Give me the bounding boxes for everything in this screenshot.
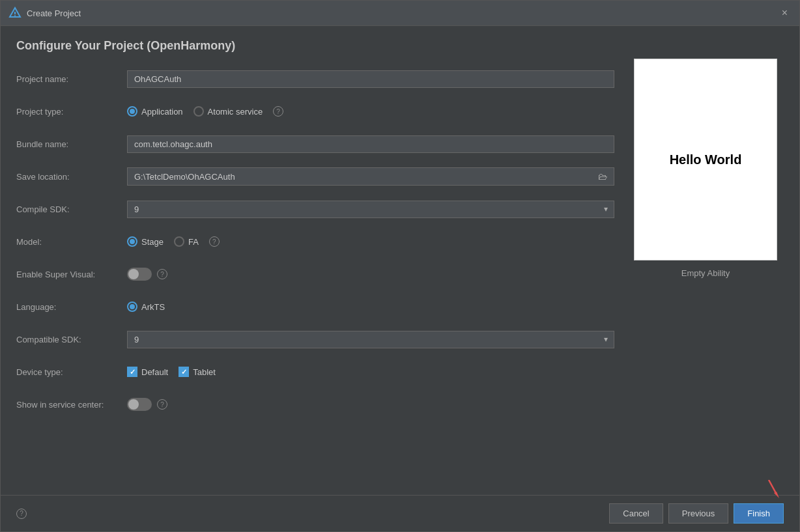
cancel-button[interactable]: Cancel — [609, 503, 663, 524]
radio-stage-circle — [127, 236, 137, 247]
title-bar: Create Project × — [1, 1, 799, 26]
svg-line-3 — [769, 480, 777, 494]
service-center-row: Show in service center: ? — [16, 394, 614, 415]
left-panel: Configure Your Project (OpenHarmony) Pro… — [16, 39, 614, 482]
radio-fa-circle — [174, 236, 184, 247]
radio-arkts-circle — [127, 301, 137, 312]
compatible-sdk-value: 9 10 11 ▾ — [127, 331, 614, 348]
save-location-value: 🗁 — [127, 167, 614, 186]
project-type-label: Project type: — [16, 107, 127, 117]
radio-fa-label: FA — [188, 237, 199, 247]
radio-arkts[interactable]: ArkTS — [127, 301, 165, 312]
radio-atomic-label: Atomic service — [208, 107, 263, 117]
checkbox-default-label: Default — [141, 367, 168, 377]
radio-fa[interactable]: FA — [174, 236, 199, 247]
compatible-sdk-select-wrapper: 9 10 11 ▾ — [127, 331, 614, 348]
radio-stage-label: Stage — [141, 237, 164, 247]
compile-sdk-label: Compile SDK: — [16, 204, 127, 214]
super-visual-toggle[interactable] — [127, 268, 152, 281]
browse-button[interactable]: 🗁 — [592, 167, 614, 186]
checkbox-tablet-check: ✓ — [181, 368, 187, 376]
model-help-icon[interactable]: ? — [209, 236, 220, 247]
service-center-help-icon[interactable]: ? — [157, 399, 167, 410]
finish-button[interactable]: Finish — [734, 503, 784, 524]
footer-help-icon[interactable]: ? — [16, 509, 27, 519]
project-name-label: Project name: — [16, 74, 127, 84]
bundle-name-value — [127, 135, 614, 153]
radio-atomic[interactable]: Atomic service — [193, 106, 263, 117]
checkbox-default-box: ✓ — [127, 367, 137, 377]
language-row: Language: ArkTS — [16, 296, 614, 317]
project-name-input[interactable] — [127, 70, 614, 88]
super-visual-help-icon[interactable]: ? — [157, 269, 167, 279]
radio-application[interactable]: Application — [127, 106, 183, 117]
save-location-input-group: 🗁 — [127, 167, 614, 186]
project-type-row: Project type: Application Atomic service… — [16, 101, 614, 122]
dialog-heading: Configure Your Project (OpenHarmony) — [16, 39, 614, 53]
preview-box: Hello World — [634, 59, 777, 260]
save-location-label: Save location: — [16, 172, 127, 182]
language-radio-group: ArkTS — [127, 301, 165, 312]
right-panel: Hello World Empty Ability — [627, 39, 784, 482]
radio-application-circle — [127, 106, 137, 117]
project-type-value: Application Atomic service ? — [127, 106, 614, 117]
model-radio-group: Stage FA ? — [127, 236, 220, 247]
close-button[interactable]: × — [778, 6, 792, 20]
radio-stage[interactable]: Stage — [127, 236, 164, 247]
super-visual-row: Enable Super Visual: ? — [16, 264, 614, 285]
compatible-sdk-row: Compatible SDK: 9 10 11 ▾ — [16, 329, 614, 350]
svg-point-2 — [14, 15, 16, 16]
previous-button[interactable]: Previous — [668, 503, 729, 524]
title-bar-left: Create Project — [8, 7, 81, 20]
preview-hello-world: Hello World — [670, 152, 742, 167]
language-value: ArkTS — [127, 301, 614, 312]
language-label: Language: — [16, 302, 127, 312]
device-type-label: Device type: — [16, 367, 127, 377]
compile-sdk-value: 9 10 11 ▾ — [127, 201, 614, 218]
dialog-footer: ? Cancel Previous Finish — [1, 495, 799, 531]
footer-left: ? — [16, 509, 27, 519]
bundle-name-input[interactable] — [127, 135, 614, 153]
model-label: Model: — [16, 237, 127, 247]
compile-sdk-row: Compile SDK: 9 10 11 ▾ — [16, 199, 614, 219]
checkbox-default[interactable]: ✓ Default — [127, 367, 168, 377]
app-icon — [8, 7, 21, 20]
super-visual-label: Enable Super Visual: — [16, 270, 127, 279]
compatible-sdk-label: Compatible SDK: — [16, 335, 127, 344]
svg-marker-4 — [774, 492, 779, 498]
project-name-value — [127, 70, 614, 88]
compile-sdk-select[interactable]: 9 10 11 — [127, 201, 614, 218]
radio-arkts-label: ArkTS — [141, 302, 165, 312]
project-type-radio-group: Application Atomic service ? — [127, 106, 283, 117]
checkbox-tablet[interactable]: ✓ Tablet — [179, 367, 216, 377]
radio-application-label: Application — [141, 107, 183, 117]
compile-sdk-select-wrapper: 9 10 11 ▾ — [127, 201, 614, 218]
service-center-value: ? — [127, 398, 614, 411]
preview-label: Empty Ability — [681, 268, 730, 278]
service-center-toggle[interactable] — [127, 398, 152, 411]
checkbox-tablet-box: ✓ — [179, 367, 189, 377]
device-type-value: ✓ Default ✓ Tablet — [127, 367, 614, 377]
compatible-sdk-select[interactable]: 9 10 11 — [127, 331, 614, 348]
bundle-name-label: Bundle name: — [16, 139, 127, 149]
project-name-row: Project name: — [16, 68, 614, 89]
checkbox-default-check: ✓ — [130, 368, 136, 376]
save-location-row: Save location: 🗁 — [16, 166, 614, 187]
project-type-help-icon[interactable]: ? — [273, 106, 283, 117]
radio-atomic-circle — [193, 106, 204, 117]
footer-right: Cancel Previous Finish — [609, 503, 784, 524]
dialog-content: Configure Your Project (OpenHarmony) Pro… — [1, 26, 799, 495]
create-project-dialog: Create Project × Configure Your Project … — [0, 0, 800, 532]
model-row: Model: Stage FA ? — [16, 231, 614, 252]
arrow-indicator — [757, 480, 780, 499]
device-type-row: Device type: ✓ Default ✓ — [16, 361, 614, 382]
device-type-checkbox-group: ✓ Default ✓ Tablet — [127, 367, 216, 377]
model-value: Stage FA ? — [127, 236, 614, 247]
dialog-title-bar-text: Create Project — [27, 8, 81, 18]
checkbox-tablet-label: Tablet — [193, 367, 216, 377]
service-center-label: Show in service center: — [16, 400, 127, 410]
super-visual-value: ? — [127, 268, 614, 281]
bundle-name-row: Bundle name: — [16, 133, 614, 154]
save-location-input[interactable] — [127, 167, 592, 186]
